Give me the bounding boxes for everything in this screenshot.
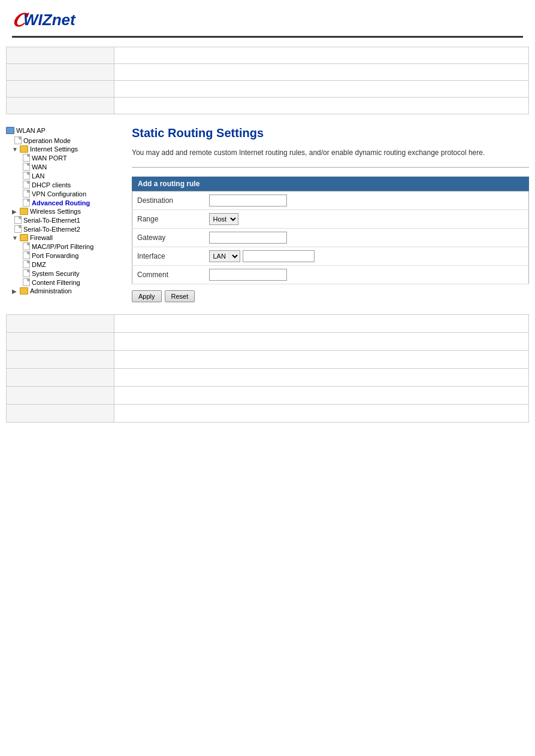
range-label: Range	[132, 210, 204, 229]
content-divider	[132, 167, 529, 168]
sidebar-item-label: DMZ	[32, 261, 46, 268]
sidebar-item-advanced-routing[interactable]: Advanced Routing	[23, 198, 126, 207]
sidebar-item-label: MAC/IP/Port Filtering	[32, 243, 93, 250]
comment-input[interactable]	[209, 269, 287, 281]
comment-label: Comment	[132, 266, 204, 284]
sidebar-item-label: Internet Settings	[30, 145, 78, 153]
interface-label: Interface	[132, 247, 204, 266]
sidebar-item-firewall[interactable]: ▼ Firewall	[12, 233, 126, 242]
top-table	[6, 47, 529, 114]
bottom-table-container	[0, 314, 535, 423]
range-select[interactable]: Host Net	[209, 213, 238, 225]
sidebar-item-label: Port Forwarding	[32, 252, 78, 259]
apply-button[interactable]: Apply	[132, 290, 162, 302]
sidebar-item-content-filtering[interactable]: Content Filtering	[23, 278, 126, 287]
sidebar-item-operation-mode[interactable]: Operation Mode	[14, 136, 126, 145]
reset-button[interactable]: Reset	[165, 290, 195, 302]
sidebar-item-mac-ip-port[interactable]: MAC/IP/Port Filtering	[23, 242, 126, 251]
page-icon	[23, 181, 30, 189]
expand-icon: ▶	[12, 288, 18, 294]
comment-cell	[204, 266, 529, 284]
table-value-cell	[114, 64, 529, 81]
sidebar-item-dmz[interactable]: DMZ	[23, 260, 126, 269]
page-icon	[23, 172, 30, 180]
table-row	[7, 64, 529, 81]
table-row	[7, 81, 529, 98]
page-icon	[23, 190, 30, 198]
sidebar-item-label: Wireless Settings	[30, 208, 81, 215]
computer-icon	[6, 127, 14, 134]
page-icon	[14, 225, 22, 233]
sidebar-item-internet-settings[interactable]: ▼ Internet Settings	[12, 145, 126, 153]
sidebar-item-label: WAN PORT	[32, 154, 67, 162]
page-icon	[23, 242, 30, 250]
page-icon	[14, 136, 22, 144]
sidebar-item-label: Content Filtering	[32, 279, 80, 286]
sidebar-item-wan-port[interactable]: WAN PORT	[23, 153, 126, 162]
gateway-input[interactable]	[209, 232, 287, 244]
sidebar-item-vpn-configuration[interactable]: VPN Configuration	[23, 189, 126, 198]
sidebar-item-port-forwarding[interactable]: Port Forwarding	[23, 251, 126, 260]
table-label-cell	[7, 369, 114, 387]
table-value-cell	[114, 315, 529, 333]
table-value-cell	[114, 47, 529, 64]
table-label-cell	[7, 64, 114, 81]
gateway-label: Gateway	[132, 229, 204, 247]
logo-arc: 𝐶	[12, 9, 25, 31]
sidebar-item-system-security[interactable]: System Security	[23, 269, 126, 278]
folder-icon	[20, 208, 28, 215]
button-row: Apply Reset	[132, 290, 529, 302]
page-icon	[23, 154, 30, 162]
sidebar-item-administration[interactable]: ▶ Administration	[12, 287, 126, 295]
header-divider	[12, 36, 523, 38]
table-label-cell	[7, 47, 114, 64]
sidebar-item-lan[interactable]: LAN	[23, 171, 126, 180]
logo-text: WIZnet	[23, 11, 75, 29]
table-row	[7, 47, 529, 64]
sidebar-item-wireless-settings[interactable]: ▶ Wireless Settings	[12, 207, 126, 215]
table-label-cell	[7, 81, 114, 98]
sidebar-item-label: WAN	[32, 163, 47, 171]
table-row: Comment	[132, 266, 529, 284]
page-icon	[14, 216, 22, 224]
table-row	[7, 387, 529, 405]
routing-table: Destination Range Host Net	[132, 191, 529, 284]
table-row	[7, 369, 529, 387]
logo: 𝐶 WIZnet	[12, 9, 523, 31]
range-cell: Host Net	[204, 210, 529, 229]
page-icon	[23, 251, 30, 259]
table-label-cell	[7, 405, 114, 423]
sidebar-item-label: Operation Mode	[23, 137, 71, 144]
sidebar-item-serial-ethernet2[interactable]: Serial-To-Ethernet2	[14, 224, 126, 233]
sidebar-item-dhcp-clients[interactable]: DHCP clients	[23, 180, 126, 189]
table-value-cell	[114, 369, 529, 387]
table-row	[7, 98, 529, 114]
sidebar-item-label: System Security	[32, 270, 79, 277]
table-value-cell	[114, 333, 529, 351]
destination-input[interactable]	[209, 195, 287, 207]
gateway-cell	[204, 229, 529, 247]
sidebar-item-label: Advanced Routing	[32, 199, 90, 207]
sidebar-item-label: LAN	[32, 172, 44, 180]
sidebar-root-label: WLAN AP	[16, 127, 46, 134]
table-row	[7, 333, 529, 351]
sidebar-item-label: Serial-To-Ethernet2	[23, 226, 80, 233]
sidebar: WLAN AP Operation Mode ▼ Internet Settin…	[6, 126, 126, 302]
table-label-cell	[7, 333, 114, 351]
sidebar-item-wan[interactable]: WAN	[23, 162, 126, 171]
header: 𝐶 WIZnet	[0, 0, 535, 47]
table-value-cell	[114, 81, 529, 98]
table-row	[7, 405, 529, 423]
table-row	[7, 315, 529, 333]
destination-cell	[204, 192, 529, 210]
sidebar-item-wlan-ap[interactable]: WLAN AP	[6, 126, 126, 135]
sidebar-item-label: Firewall	[30, 234, 53, 241]
table-value-cell	[114, 98, 529, 114]
table-value-cell	[114, 351, 529, 369]
main-container: WLAN AP Operation Mode ▼ Internet Settin…	[0, 120, 535, 308]
interface-input[interactable]	[243, 250, 315, 262]
sidebar-item-serial-ethernet1[interactable]: Serial-To-Ethernet1	[14, 215, 126, 224]
bottom-table	[6, 314, 529, 423]
interface-select[interactable]: LAN WAN	[209, 250, 240, 262]
folder-icon	[20, 145, 28, 153]
